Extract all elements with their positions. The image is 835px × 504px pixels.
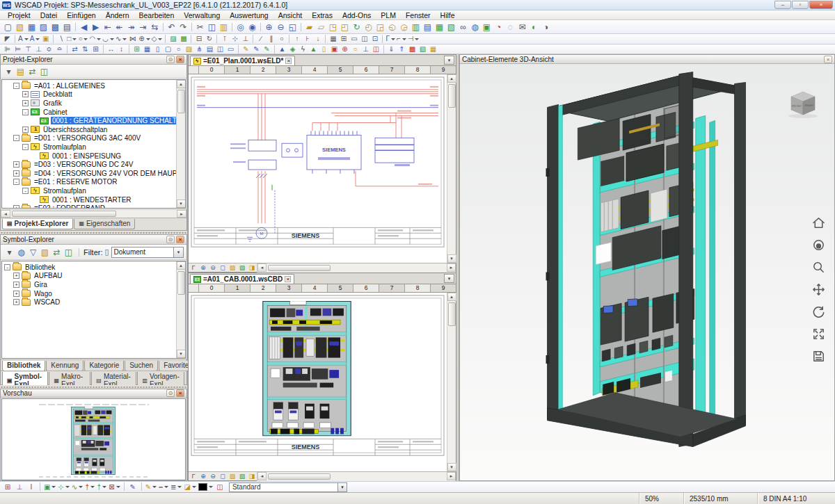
chevron-down-icon[interactable]: ▾ xyxy=(173,247,183,257)
toolbar-icon-sheet-ref[interactable]: ◫ xyxy=(359,35,369,44)
toolbar-icon-clone-device[interactable]: ◫ xyxy=(215,44,225,54)
toolbar-icon-print[interactable]: ▤ xyxy=(61,22,73,33)
toolbar-icon-wire-double[interactable]: ∥ xyxy=(266,35,276,44)
panel-tool-view-menu[interactable]: ▾ xyxy=(3,66,15,77)
toolbar-icon-origin[interactable]: ⊥ xyxy=(14,482,25,492)
toolbar-icon-dwg-import[interactable]: ▨ xyxy=(168,35,178,44)
toolbar-icon-door-insert[interactable]: ▢ xyxy=(163,44,173,54)
panel-tool-filter[interactable]: ▽ xyxy=(27,247,39,258)
toolbar-icon-mail[interactable]: ✉ xyxy=(516,22,528,33)
toolbar-icon-copy[interactable]: ◫ xyxy=(206,22,218,33)
toolbar-icon-zoom-out[interactable]: ⊖ xyxy=(275,22,287,33)
toolbar-icon-stamp[interactable]: ⊡ xyxy=(369,35,380,44)
toolbar-icon-search-next[interactable]: ◉ xyxy=(246,22,258,33)
toolbar-icon-image[interactable]: ▣ xyxy=(481,22,493,33)
toolbar-icon-text-special[interactable]: A xyxy=(29,35,41,44)
scroll-right-icon[interactable]: ► xyxy=(447,263,456,272)
scroll-up-icon[interactable]: ▲ xyxy=(177,80,186,88)
tree-item[interactable]: - Cabinet xyxy=(2,108,176,117)
tree-item[interactable]: + Wago xyxy=(2,289,176,298)
toolbar-icon-align-top[interactable]: ⊤ xyxy=(23,44,33,54)
minimize-button[interactable]: – xyxy=(774,1,791,9)
toolbar-icon-cabinet-grid[interactable]: ⊞ xyxy=(132,44,142,54)
vorschau-preview[interactable] xyxy=(1,398,186,480)
toolbar-icon-bom[interactable]: ▦ xyxy=(434,22,445,33)
window-list-icon[interactable]: ▾ xyxy=(444,274,454,283)
toolbar-icon-line[interactable]: ∖ xyxy=(56,35,66,44)
project-tree-hscrollbar[interactable]: ◄ ► xyxy=(1,209,186,218)
tree-item[interactable]: + Deckblatt xyxy=(2,90,176,99)
zoom-icon[interactable] xyxy=(811,260,826,275)
menu-item[interactable]: Verwaltung xyxy=(179,11,225,19)
menu-item[interactable]: Datei xyxy=(35,11,63,19)
toolbar-icon-project-open[interactable]: ▱ xyxy=(315,22,327,33)
tree-toggle[interactable]: + xyxy=(13,205,19,208)
toolbar-icon-circle[interactable]: ○ xyxy=(77,35,88,44)
tree-toggle[interactable]: + xyxy=(22,91,29,97)
toolbar-icon-junction-tool[interactable]: ⊣ xyxy=(407,35,420,44)
toolbar-icon-redline-highlight[interactable]: ✎ xyxy=(262,44,272,54)
doc-tab-cabinet[interactable]: =A01_CAB.0001.wsCBD × xyxy=(190,274,294,284)
schematic-canvas[interactable]: SIEMENS M SIEMENS xyxy=(189,74,447,263)
toolbar-icon-text[interactable]: A xyxy=(17,35,29,44)
toolbar-icon-cam-view[interactable]: ◫ xyxy=(371,44,381,54)
tree-toggle[interactable]: - xyxy=(4,264,10,270)
pan-icon[interactable] xyxy=(811,282,826,297)
toolbar-icon-save[interactable]: ▦ xyxy=(26,22,38,33)
filter-combobox[interactable]: Dokument ▾ xyxy=(111,247,184,258)
toolbar-icon-arrow-up[interactable]: ↑ xyxy=(292,35,302,44)
tree-item[interactable]: + Übersichtsschaltplan xyxy=(2,125,176,134)
toolbar-icon-warning-check[interactable]: ▲ xyxy=(277,44,287,54)
dock-tab[interactable]: Bibliothek xyxy=(2,361,45,371)
toolbar-icon-curve[interactable]: ◡ xyxy=(102,35,115,44)
toolbar-icon-color-swatch[interactable] xyxy=(198,482,214,492)
dock-tab[interactable]: Suchen xyxy=(125,361,158,371)
fit-view-icon[interactable] xyxy=(811,327,826,341)
toolbar-icon-align-bottom[interactable]: ⊥ xyxy=(33,44,44,54)
tree-item[interactable]: 0001 : WENDESTARTER xyxy=(2,195,176,204)
toolbar-icon-round-insert[interactable]: ○ xyxy=(173,44,184,54)
toolbar-icon-sheet-frame[interactable]: ▭ xyxy=(349,35,359,44)
tree-toggle[interactable]: + xyxy=(13,299,19,305)
toolbar-icon-camera[interactable]: ▣ xyxy=(329,44,340,54)
scroll-down-icon[interactable]: ▼ xyxy=(447,254,456,263)
panel-tool-folder[interactable]: ▧ xyxy=(39,247,51,258)
toolbar-icon-open-project[interactable]: ▧ xyxy=(14,22,26,33)
scroll-right-icon[interactable]: ► xyxy=(177,210,186,218)
tree-toggle[interactable]: + xyxy=(22,127,29,133)
toolbar-icon-wire[interactable]: ∕ xyxy=(255,35,266,44)
tree-item[interactable]: + AUFBAU xyxy=(2,272,176,281)
panel-close-icon[interactable]: × xyxy=(176,236,184,243)
scroll-left-icon[interactable]: ◄ xyxy=(257,263,267,272)
toolbar-icon-show-device[interactable]: ▣ xyxy=(43,482,56,492)
panel-tool-refresh[interactable]: ⇄ xyxy=(26,66,38,77)
symbol-tree-vscrollbar[interactable]: ▲ ▼ xyxy=(176,261,185,358)
viewer3d-viewport[interactable]: FRONT RIGHT xyxy=(460,64,834,480)
toolbar-icon-image-insert[interactable]: ▣ xyxy=(40,35,51,44)
scroll-down-icon[interactable]: ▼ xyxy=(447,463,456,471)
toolbar-icon-pipette[interactable]: ✎ xyxy=(127,482,138,492)
toolbar-icon-redline-pen[interactable]: ✎ xyxy=(241,44,251,54)
tree-item[interactable]: 0001 : GERÄTEANORDNUNG SCHALTSCHRANK xyxy=(2,116,176,125)
rotate-icon[interactable] xyxy=(811,304,826,319)
scroll-up-icon[interactable]: ▲ xyxy=(447,74,456,83)
toolbar-icon-ground[interactable]: ⊥ xyxy=(360,44,371,54)
toolbar-icon-redo[interactable]: ↷ xyxy=(177,22,189,33)
toolbar-icon-zoom-in[interactable]: ⊕ xyxy=(263,22,275,33)
close-button[interactable]: × xyxy=(809,1,833,9)
tree-item[interactable]: - Stromlaufplan xyxy=(2,143,176,152)
cabinet-vscrollbar[interactable]: ▲ ▼ xyxy=(447,293,456,471)
menu-item[interactable]: Add-Ons xyxy=(337,11,376,19)
scroll-down-icon[interactable]: ▼ xyxy=(177,350,186,358)
panel-pin-icon[interactable]: ⊙ xyxy=(166,236,175,243)
tree-toggle[interactable]: - xyxy=(22,144,29,150)
dock-tab[interactable]: ▦Eigenschaften xyxy=(74,219,135,229)
toolbar-icon-save-as[interactable]: ▨ xyxy=(38,22,49,33)
scroll-left-icon[interactable]: ◄ xyxy=(1,210,10,218)
home-icon[interactable] xyxy=(811,216,826,230)
tree-toggle[interactable]: - xyxy=(13,179,19,185)
menu-item[interactable]: Extras xyxy=(307,11,337,19)
toolbar-icon-grid-insert[interactable]: ⊞ xyxy=(338,35,349,44)
toolbar-icon-hatch-style[interactable]: ◪ xyxy=(183,482,196,492)
toolbar-icon-rail-insert[interactable]: ⋔ xyxy=(194,44,205,54)
